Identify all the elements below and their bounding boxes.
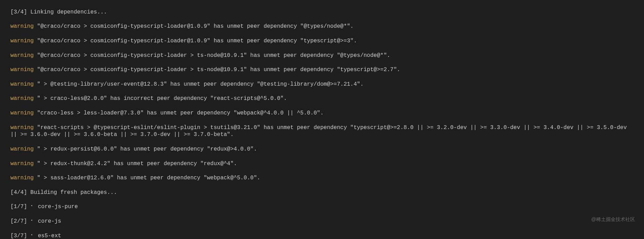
warning-msg: "@craco/craco > cosmiconfig-typescript-l… [37,67,400,73]
warning-msg: "@craco/craco > cosmiconfig-typescript-l… [37,38,357,44]
warning-line: warning "@craco/craco > cosmiconfig-type… [10,23,634,30]
warning-line: warning " > craco-less@2.0.0" has incorr… [10,95,634,102]
terminal-output[interactable]: [3/4] Linking dependencies... warning "@… [0,0,644,239]
warning-label: warning [10,161,37,167]
warning-label: warning [10,95,37,102]
warning-label: warning [10,38,37,44]
warning-line: warning "@craco/craco > cosmiconfig-type… [10,37,634,45]
build-progress: [2/7] ⠂ core-js [10,218,634,225]
warning-msg: "@craco/craco > cosmiconfig-typescript-l… [37,23,354,29]
warning-label: warning [10,125,37,131]
warning-label: warning [10,23,37,29]
warning-msg: " > @testing-library/user-event@12.8.3" … [37,81,364,87]
watermark: @稀土掘金技术社区 [591,216,635,222]
warning-label: warning [10,175,37,181]
build-progress: [1/7] ⠂ core-js-pure [10,203,634,211]
warning-label: warning [10,52,37,59]
warning-msg: "react-scripts > @typescript-eslint/esli… [10,125,630,138]
warning-msg: "@craco/craco > cosmiconfig-typescript-l… [37,52,390,59]
warning-line: warning "@craco/craco > cosmiconfig-type… [10,66,634,74]
warning-line: warning " > redux-persist@6.0.0" has unm… [10,146,634,153]
warning-label: warning [10,67,37,73]
build-progress: [3/7] ⠂ es5-ext [10,232,634,239]
warning-label: warning [10,81,37,87]
step-linking: [3/4] Linking dependencies... [10,9,634,16]
warning-line: warning "craco-less > less-loader@7.3.0"… [10,110,634,117]
warning-label: warning [10,146,37,152]
warning-line: warning " > redux-thunk@2.4.2" has unmet… [10,160,634,168]
warning-line: warning " > sass-loader@12.6.0" has unme… [10,174,634,182]
warning-label: warning [10,110,37,116]
warning-msg: " > sass-loader@12.6.0" has unmet peer d… [37,175,260,181]
warning-line: warning " > @testing-library/user-event@… [10,81,634,88]
warning-msg: " > redux-persist@6.0.0" has unmet peer … [37,146,257,152]
warning-line: warning "@craco/craco > cosmiconfig-type… [10,52,634,59]
warning-msg: " > craco-less@2.0.0" has incorrect peer… [37,95,287,102]
warning-line: warning "react-scripts > @typescript-esl… [10,124,634,139]
warning-msg: " > redux-thunk@2.4.2" has unmet peer de… [37,161,237,167]
step-building: [4/4] Building fresh packages... [10,189,634,196]
warning-msg: "craco-less > less-loader@7.3.0" has unm… [37,110,324,116]
